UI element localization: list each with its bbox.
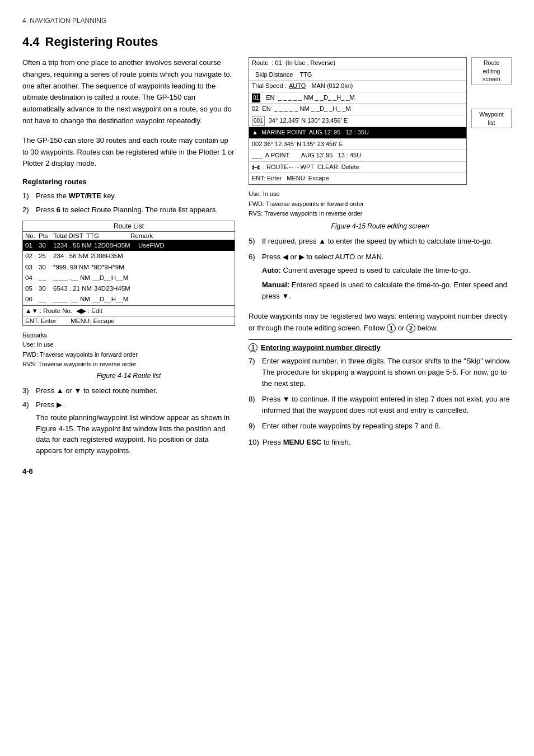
waypoint-list-annotation: Waypointlist (471, 109, 512, 128)
re-row-a-point: ___ A POINT AUG 13' 95 13 : 45U (249, 150, 466, 162)
re-row-controls2: ENT: Enter MENU: Escape (249, 173, 466, 184)
entering-waypoint-title-text: Entering waypoint number directly (261, 343, 381, 352)
table-row: 02 25 234 . 56 NM 2D08H35M (23, 251, 235, 262)
breadcrumb: 4. NAVIGATION PLANNING (22, 17, 512, 25)
step-4: 4) Press ▶. The route planning/waypoint … (22, 399, 235, 456)
route-list-title: Route List (23, 221, 235, 232)
step-5: 5) If required, press ▲ to enter the spe… (249, 236, 512, 247)
re-row-trial: Trial Speed : AUTO MAN (012.0kn) (249, 81, 466, 92)
step-2: 2) Press 6 to select Route Planning. The… (22, 204, 235, 216)
steps-5-6: 5) If required, press ▲ to enter the spe… (249, 236, 512, 306)
remark-rvs: RVS: Traverse waypoints in reverse order (22, 361, 136, 367)
remark-use: Use: In use (22, 341, 54, 348)
table-row: 01 30 1234 . 56 NM 12D08H35M UseFWD (23, 240, 235, 251)
table-row: 05 30 6543 . 21 NM 34D23H45M (23, 283, 235, 294)
intro-para-1: Often a trip from one place to another i… (22, 57, 235, 127)
step-7: 7) Enter waypoint number, in three digit… (249, 356, 512, 389)
step-6: 6) Press ◀ or ▶ to select AUTO or MAN. A… (249, 251, 512, 306)
route-editing-area: Route : 01 (In Use , Reverse) Skip Dista… (249, 57, 512, 187)
key-6: 6 (57, 206, 60, 214)
re-row-001-pos: 001 34° 12.345' N 130° 23.456' E (249, 115, 466, 127)
route-editing-screen: Route : 01 (In Use , Reverse) Skip Dista… (249, 57, 467, 185)
table-row: 06 __ ____ .__ NM __D__H__M (23, 294, 235, 305)
steps-3-4: 3) Press ▲ or ▼ to select route number. … (22, 385, 235, 456)
table-row: 03 30 *999. 99 NM *9D*9H*9M (23, 262, 235, 273)
section-title: 4.4 Registering Routes (22, 35, 512, 49)
route-list-ent: ENT: Enter MENU: Escape (23, 316, 235, 325)
route-list-header: No. Pts Total DIST TTG Remark (23, 232, 235, 240)
figure15-caption: Figure 4-15 Route editing screen (249, 222, 512, 230)
remarks-section: Remarks Use: In use FWD: Traverse waypoi… (22, 330, 235, 370)
step-9: 9) Enter other route waypoints by repeat… (249, 421, 512, 432)
entering-waypoint-section-title: 1 Entering waypoint number directly (249, 343, 512, 352)
re-row-controls1: : ROUTE↔→WPT CLEAR: Delete (249, 162, 466, 174)
re-row-02: 02 EN _ _ _ _ _ NM _ _D_ _H_ _M (249, 104, 466, 115)
route-editing-box-wrapper: Route : 01 (In Use , Reverse) Skip Dista… (249, 57, 467, 187)
wpt-rte-key: WPT/RTE (69, 192, 102, 200)
route-waypoints-text: Route waypoints may be registered two wa… (249, 311, 512, 333)
route-list-box: Route List No. Pts Total DIST TTG Remark… (22, 221, 235, 326)
circle-1b: 1 (249, 343, 257, 352)
step-1: 1) Press the WPT/RTE key. (22, 190, 235, 202)
table-row: 04 __ ____ .__ NM __D__H__M (23, 273, 235, 283)
annotations: Routeeditingscreen Waypointlist (471, 57, 512, 128)
step-3: 3) Press ▲ or ▼ to select route number. (22, 385, 235, 396)
figure14-caption: Figure 4-14 Route list (22, 372, 235, 380)
re-row-marine: ▲ MARINE POINT AUG 12' 95 12 : 35U (249, 127, 466, 139)
circle-2: 2 (406, 324, 415, 333)
re-row-002-pos: 002 36° 12.345' N 135° 23.456' E (249, 139, 466, 151)
remark-fwd: FWD: Traverse waypoints in forward order (22, 351, 138, 358)
divider (249, 339, 512, 340)
section-number: 4.4 (22, 35, 40, 49)
route-list-footer: ▲▼ : Route No. ◀▶ : Edit (23, 305, 235, 316)
page: 4. NAVIGATION PLANNING 4.4 Registering R… (0, 0, 534, 492)
step-8: 8) Press ▼ to continue. If the waypoint … (249, 394, 512, 416)
route-editing-annotation: Routeeditingscreen (471, 57, 512, 85)
right-column: Route : 01 (In Use , Reverse) Skip Dista… (249, 57, 512, 475)
intro-para-2: The GP-150 can store 30 routes and each … (22, 135, 235, 170)
content-layout: Often a trip from one place to another i… (22, 57, 512, 475)
registering-routes-subtitle: Registering routes (22, 178, 235, 186)
page-number: 4-6 (22, 467, 235, 475)
remark2-rvs: RVS: Traverse waypoints in reverse order (249, 210, 362, 217)
circle-1: 1 (387, 324, 396, 333)
re-row-01: 01 EN _ _ _ _ _ NM _ _D_ _H_ _M (249, 92, 466, 104)
section-heading: Registering Routes (45, 35, 158, 49)
step-10: 10) Press MENU ESC to finish. (249, 437, 512, 448)
remarks2-section: Use: In use FWD: Traverse waypoints in f… (249, 189, 512, 219)
left-column: Often a trip from one place to another i… (22, 57, 235, 475)
steps-7-10: 7) Enter waypoint number, in three digit… (249, 356, 512, 448)
remarks-title: Remarks (22, 332, 47, 338)
menu-esc-key: MENU ESC (283, 438, 322, 446)
remark2-use: Use: In use (249, 190, 280, 197)
re-row-title: Route : 01 (In Use , Reverse) (249, 58, 466, 69)
remark2-fwd: FWD: Traverse waypoints in forward order (249, 200, 364, 207)
steps-1-2: 1) Press the WPT/RTE key. 2) Press 6 to … (22, 190, 235, 215)
re-row-skip: Skip Distance TTG (249, 69, 466, 81)
